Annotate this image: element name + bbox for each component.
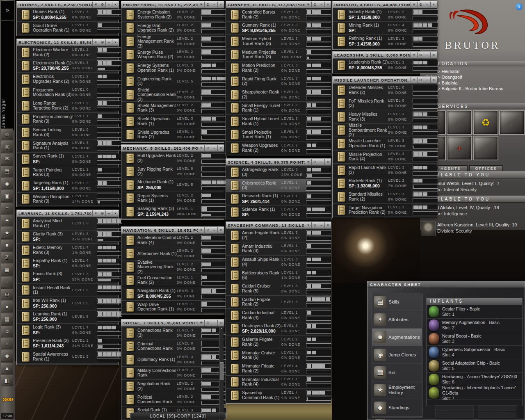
pin-icon[interactable]: ✳ — [411, 52, 417, 58]
window-titlebar[interactable]: NAVIGATION, 6 SKILLS, 18,651 POINTS✳⊙−× — [121, 227, 224, 234]
skill-row[interactable]: Motion Prediction Rank (2)LEVEL 30% DONE — [226, 62, 331, 75]
skill-row[interactable]: Empathy Rank (1)SP:LEVEL 40% DONE — [17, 257, 119, 271]
tab-standings[interactable]: ◆Standings — [372, 399, 422, 417]
channels-icon[interactable]: ▣ — [1, 190, 13, 202]
wallet-icon[interactable]: Z — [1, 251, 13, 263]
skill-row[interactable]: Small Energy Turret Rank (1)LEVEL 20% DO… — [226, 102, 331, 115]
skill-row[interactable]: Energy Emission Systems Rank (2)LEVEL 20… — [121, 8, 224, 22]
skill-row[interactable]: Criminal Connections RankLEVEL 00% DONE — [121, 340, 224, 354]
close-icon[interactable]: × — [430, 77, 437, 83]
skill-row[interactable]: Electronics Upgrades Rank (2)LEVEL 20% D… — [17, 73, 119, 86]
compass-icon[interactable]: ⊙ — [99, 210, 105, 216]
skill-row[interactable]: Target Navigation Prediction Rank (2)LEV… — [333, 204, 437, 217]
skill-row[interactable]: Hull Upgrades Rank (2)LEVEL 20% DONE — [121, 152, 224, 165]
skill-row[interactable]: Assault Ships Rank (4)LEVEL 30% DONE — [226, 256, 331, 269]
compass-icon[interactable]: ⊙ — [311, 222, 318, 228]
skill-row[interactable]: Analytical Mind Rank (1)LEVEL 5 — [17, 217, 119, 231]
skill-row[interactable]: Science Rank (1)SP:LEVEL 40% DONE — [226, 206, 331, 219]
close-icon[interactable]: × — [217, 227, 224, 233]
skill-row[interactable]: FoF Missiles Rank (3)LEVEL 00% DONE — [333, 97, 437, 111]
footer-button[interactable] — [478, 405, 516, 411]
skill-row[interactable]: Shield Compensation Rank (2)LEVEL 20% DO… — [121, 88, 224, 102]
minimize-icon[interactable]: − — [424, 77, 430, 83]
minimize-icon[interactable]: − — [318, 222, 324, 228]
skill-row[interactable]: Gunnery Rank (1)SP: 8,091/45,255LEVEL 30… — [226, 22, 331, 35]
skill-row[interactable]: Spatial Awareness Rank (1)LEVEL 5 — [17, 350, 119, 364]
skill-row[interactable]: Connections Rank (3)LEVEL 30% DONE — [121, 326, 224, 340]
skill-row[interactable]: Cybernetics Rank (3)LEVEL 10% DONE — [226, 179, 331, 193]
world-map-icon[interactable]: ● — [1, 301, 13, 313]
tab-bio[interactable]: ▦Bio — [372, 364, 422, 381]
pin-icon[interactable]: ✳ — [92, 210, 99, 216]
mask-icon[interactable]: ☻ — [1, 350, 13, 362]
skill-row[interactable]: Sensor Linking Rank (3)LEVEL 00% DONE — [17, 126, 119, 139]
mail-icon[interactable]: ✉ — [1, 153, 13, 165]
skill-row[interactable]: Learning Rank (1)SP: 256,000LEVEL 5 — [17, 310, 119, 324]
skill-row[interactable]: Rapid Firing Rank (2)LEVEL 30% DONE — [226, 75, 331, 89]
skill-row[interactable]: Iron Will Rank (1)SP: 256,000LEVEL 5 — [17, 297, 119, 310]
skill-row[interactable]: Afterburner Rank (1)LEVEL 20% DONE — [121, 247, 224, 261]
minimize-icon[interactable]: − — [424, 52, 430, 58]
skill-row[interactable]: Gallente Frigate Rank (2)LEVEL 20% DONE — [226, 336, 331, 349]
skill-row[interactable]: Electronic Warfare Rank (2)LEVEL 20% DON… — [17, 46, 119, 59]
expand-button[interactable]: » — [1, 1, 14, 20]
skill-row[interactable]: Salvaging Rank (3)SP: 2,159/4,243LEVEL 1… — [121, 205, 224, 219]
character-sheet-icon[interactable]: ☺ — [1, 128, 13, 140]
medical-icon[interactable]: + — [447, 136, 472, 160]
close-icon[interactable]: × — [217, 145, 224, 151]
help-icon[interactable]: ○ — [1, 276, 13, 288]
cargo-icon[interactable]: ◧ — [1, 374, 13, 386]
window-titlebar[interactable]: INDUSTRY, 3 SKILLS, 48,085 POINTS✳⊙−× — [333, 1, 437, 8]
skill-row[interactable]: Energy Pulse Weapons Rank (2)LEVEL 20% D… — [121, 48, 224, 62]
close-icon[interactable]: × — [324, 222, 331, 228]
footer-button[interactable] — [435, 405, 474, 411]
skill-row[interactable]: Frequency Modulation Rank (3)LEVEL 00% D… — [17, 86, 119, 100]
fitting-icon[interactable] — [447, 110, 472, 135]
compass-icon[interactable]: ⊙ — [99, 39, 105, 45]
close-icon[interactable]: × — [112, 39, 119, 45]
skill-row[interactable]: Political Connections RankLEVEL 20% DONE — [121, 393, 224, 407]
window-titlebar[interactable]: LEARNING, 11 SKILLS, 1,751,730 POINT✳⊙−× — [17, 210, 119, 217]
footer-button[interactable] — [478, 412, 516, 418]
close-icon[interactable]: × — [112, 2, 119, 7]
skill-row[interactable]: Destroyers Rank (2)SP: 2,829/16,000LEVEL… — [226, 322, 331, 336]
close-icon[interactable]: × — [324, 159, 331, 165]
compass-icon[interactable]: ⊙ — [417, 52, 424, 58]
map-icon[interactable]: ✦ — [1, 215, 13, 226]
skill-row[interactable]: Medium Projectile Turret Rank (3)LEVEL 1… — [226, 48, 331, 62]
skill-row[interactable]: Evasive Maneuvering Rank (2)LEVEL 20% DO… — [121, 260, 224, 274]
skill-row[interactable]: Fuel Conservation Rank (2)LEVEL 10% DONE — [121, 274, 224, 288]
skill-row[interactable]: Rockets Rank (1)SP: 1,930/8,000LEVEL 27%… — [333, 177, 437, 191]
minimize-icon[interactable]: − — [211, 2, 217, 7]
tab-jump-clones[interactable]: ◉Jump Clones — [372, 346, 422, 364]
skill-row[interactable]: Small Hybrid Turret Rank (1)LEVEL 30% DO… — [226, 115, 331, 128]
ship-icon[interactable]: ▲ — [1, 362, 13, 374]
minimize-icon[interactable]: − — [211, 227, 217, 233]
skill-row[interactable]: Eidetic Memory Rank (3)LEVEL 41% DONE — [17, 244, 119, 257]
character-sheet-titlebar[interactable]: CHARACTER SHEET — [368, 281, 525, 288]
skill-row[interactable]: Missile Bombardment Rank (2)LEVEL 30% DO… — [333, 124, 437, 137]
minimize-icon[interactable]: − — [105, 210, 112, 216]
notepad-icon[interactable]: ▤ — [1, 165, 13, 177]
skill-row[interactable]: Refining Rank (1)SP: 1,415/8,000LEVEL 20… — [333, 35, 437, 48]
window-titlebar[interactable]: MECHANIC, 5 SKILLS, 262,406 POINTS✳⊙−× — [121, 145, 224, 152]
tab-augmentations[interactable]: ☻Augmentations — [372, 329, 422, 346]
compass-icon[interactable]: ⊙ — [204, 2, 211, 7]
skill-row[interactable]: Shield Operation Rank (1)LEVEL 30% DONE — [121, 115, 224, 128]
skill-row[interactable]: Military Connections RankLEVEL 20% DONE — [121, 367, 224, 380]
skill-row[interactable]: Repair Systems Rank (1)LEVEL 20% DONE — [121, 192, 224, 205]
skill-row[interactable]: Mechanic Rank (1)SP: 256,000LEVEL 5 — [121, 178, 224, 192]
tab-attributes[interactable]: ✦Attributes — [372, 311, 422, 329]
skill-row[interactable]: Signature Analysis Rank (1)LEVEL 30% DON… — [17, 139, 119, 153]
tab-skills[interactable]: ▤Skills — [372, 293, 422, 311]
skill-row[interactable]: Energy Grid Upgrades Rank (2)LEVEL 20% D… — [121, 22, 224, 35]
window-titlebar[interactable]: ELECTRONICS, 12 SKILLS, 85,547 POINT✳⊙−× — [17, 39, 119, 46]
compass-icon[interactable]: ⊙ — [99, 2, 105, 7]
vault-icon[interactable]: ■ — [1, 239, 13, 251]
skill-row[interactable]: Caldari Frigate Rank (2)LEVEL 5 — [226, 296, 331, 309]
pin-icon[interactable]: ✳ — [198, 2, 204, 7]
compass-icon[interactable]: ⊙ — [417, 77, 424, 83]
skill-row[interactable]: Shield Upgrades Rank (2)LEVEL 10% DONE — [121, 128, 224, 142]
skill-row[interactable]: Small Projectile Turret Rank (1)LEVEL 30… — [226, 128, 331, 142]
skill-row[interactable]: Focus Rank (3)SP:LEVEL 358% DONE — [17, 270, 119, 284]
